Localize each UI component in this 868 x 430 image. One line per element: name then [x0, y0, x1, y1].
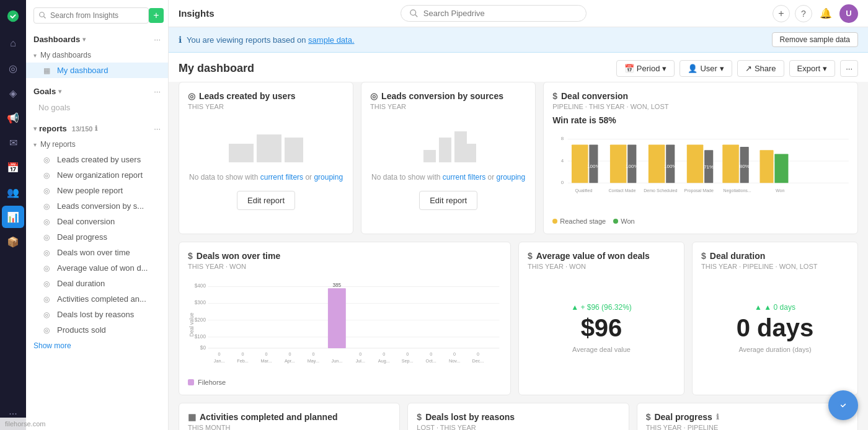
add-report-button[interactable]: +	[149, 8, 164, 23]
nav-insights[interactable]: 📊	[2, 206, 24, 228]
svg-text:Mar...: Mar...	[260, 358, 272, 364]
report-item-icon: ◎	[43, 186, 52, 195]
my-dashboards-group[interactable]: ▾ My dashboards	[26, 48, 168, 63]
reports-more-icon[interactable]: ···	[154, 124, 161, 133]
svg-text:Won: Won	[776, 188, 784, 193]
nav-home[interactable]: ⌂	[2, 32, 24, 55]
nav-deals[interactable]: ◈	[2, 82, 24, 104]
sidebar-search-input[interactable]	[50, 11, 143, 20]
leads-chart-placeholder	[229, 125, 303, 164]
goals-more-icon[interactable]: ···	[154, 87, 161, 96]
export-button[interactable]: Export ▾	[789, 60, 836, 77]
report-item-icon: ◎	[43, 233, 52, 242]
svg-rect-18	[572, 144, 588, 183]
sidebar-item-no-goals: No goals	[26, 100, 168, 115]
sidebar-report-item[interactable]: ◎Deal duration	[26, 276, 168, 291]
nav-leads[interactable]: ◎	[2, 57, 24, 79]
sample-data-link[interactable]: sample data.	[308, 35, 354, 45]
svg-text:Jan...: Jan...	[214, 358, 225, 364]
deal-duration-subtitle: Average duration (days)	[738, 346, 811, 353]
sidebar-report-item[interactable]: ◎Leads created by users	[26, 152, 168, 167]
activities-title: Activities completed and planned	[200, 412, 338, 422]
sidebar-report-item[interactable]: ◎Leads conversion by s...	[26, 198, 168, 214]
dashboards-section: Dashboards ▾ ··· ▾ My dashboards ▦ My da…	[26, 29, 168, 81]
user-button[interactable]: 👤 User ▾	[680, 60, 732, 77]
svg-text:Sep...: Sep...	[402, 358, 414, 364]
sidebar: + Dashboards ▾ ··· ▾ My dashboards ▦ My …	[26, 0, 169, 430]
share-button[interactable]: ↗ Share	[737, 60, 784, 77]
sidebar-report-item[interactable]: ◎Deal conversion	[26, 214, 168, 229]
avg-value-card: $ Average value of won deals THIS YEAR ·…	[518, 242, 684, 395]
reports-label: reports	[39, 124, 67, 133]
svg-rect-10	[454, 131, 467, 162]
remove-sample-data-button[interactable]: Remove sample data	[772, 32, 858, 47]
nav-contacts[interactable]: 👥	[2, 181, 24, 203]
leads-conv-chart-svg	[417, 125, 479, 162]
deal-duration-title: Deal duration	[710, 251, 765, 261]
info-icon: ℹ	[179, 35, 182, 45]
reports-header[interactable]: ▾ reports 13/150 ℹ ···	[26, 120, 168, 137]
fab-button[interactable]	[828, 390, 858, 420]
topbar-search-input[interactable]	[423, 9, 577, 18]
more-button[interactable]: ···	[840, 60, 858, 77]
svg-text:$100: $100	[195, 334, 206, 340]
leads-conv-edit-btn[interactable]: Edit report	[419, 191, 477, 210]
content-area: ◎ Leads created by users THIS YEAR	[169, 82, 868, 430]
report-item-icon: ◎	[43, 171, 52, 180]
reports-info-icon: ℹ	[95, 125, 97, 133]
leads-conv-nodata: No data to show with current filters or …	[371, 173, 525, 182]
svg-text:Deal value: Deal value	[189, 312, 195, 336]
watermark: filehorse.com	[0, 418, 50, 430]
goals-header[interactable]: Goals ▾ ···	[26, 83, 168, 100]
show-more-button[interactable]: Show more	[26, 338, 168, 354]
report-item-icon: ◎	[43, 310, 52, 319]
sidebar-report-item[interactable]: ◎Deals lost by reasons	[26, 307, 168, 322]
leads-created-edit-btn[interactable]: Edit report	[237, 191, 295, 210]
report-item-icon: ◎	[43, 248, 52, 257]
svg-text:0: 0	[265, 351, 267, 357]
info-bar: ℹ You are viewing reports based on sampl…	[169, 27, 868, 53]
nav-calendar[interactable]: 📅	[2, 156, 24, 178]
dashboards-header[interactable]: Dashboards ▾ ···	[26, 31, 168, 48]
svg-text:$300: $300	[195, 300, 206, 305]
sidebar-report-item[interactable]: ◎Deals won over time	[26, 245, 168, 260]
deal-progress-info: ℹ	[716, 413, 719, 421]
avg-value-meta: THIS YEAR · WON	[528, 263, 586, 270]
sidebar-report-item[interactable]: ◎Products sold	[26, 322, 168, 338]
svg-rect-9	[439, 138, 451, 162]
sidebar-report-item[interactable]: ◎Activities completed an...	[26, 291, 168, 307]
export-chevron: ▾	[823, 64, 827, 73]
help-button[interactable]: ?	[795, 5, 812, 22]
user-chevron: ▾	[720, 64, 724, 73]
deals-won-legend: Filehorse	[188, 379, 502, 386]
svg-rect-27	[687, 144, 704, 183]
report-item-icon: ◎	[43, 279, 52, 288]
topbar: Insights + ? 🔔 U	[169, 0, 868, 27]
nav-products[interactable]: 📦	[2, 230, 24, 253]
svg-line-2	[44, 17, 46, 19]
period-button[interactable]: 📅 Period ▾	[616, 60, 675, 77]
deal-duration-card: $ Deal duration THIS YEAR · PIPELINE · W…	[692, 242, 858, 395]
nav-campaigns[interactable]: 📢	[2, 107, 24, 129]
svg-text:0: 0	[359, 351, 361, 357]
leads-conv-icon: ◎	[370, 91, 378, 101]
my-reports-group[interactable]: ▾ My reports	[26, 137, 168, 152]
deals-lost-title: Deals lost by reasons	[425, 412, 515, 422]
dashboards-more-icon[interactable]: ···	[154, 35, 161, 44]
topbar-search[interactable]	[401, 5, 587, 22]
sidebar-report-item[interactable]: ◎New organization report	[26, 167, 168, 183]
deal-progress-icon: $	[646, 412, 651, 422]
add-button[interactable]: +	[773, 5, 790, 22]
svg-text:4: 4	[561, 158, 564, 164]
notifications-button[interactable]: 🔔	[817, 5, 835, 22]
svg-text:0: 0	[218, 351, 221, 357]
nav-inbox[interactable]: ✉	[2, 131, 24, 154]
svg-text:Apr...: Apr...	[285, 358, 295, 364]
svg-text:Oct...: Oct...	[426, 358, 436, 364]
sidebar-report-item[interactable]: ◎New people report	[26, 183, 168, 198]
avatar[interactable]: U	[839, 4, 858, 23]
sidebar-item-my-dashboard[interactable]: ▦ My dashboard	[26, 63, 168, 78]
sidebar-report-item[interactable]: ◎Average value of won d...	[26, 260, 168, 276]
sidebar-report-item[interactable]: ◎Deal progress	[26, 229, 168, 245]
sidebar-search-box[interactable]	[33, 7, 149, 24]
